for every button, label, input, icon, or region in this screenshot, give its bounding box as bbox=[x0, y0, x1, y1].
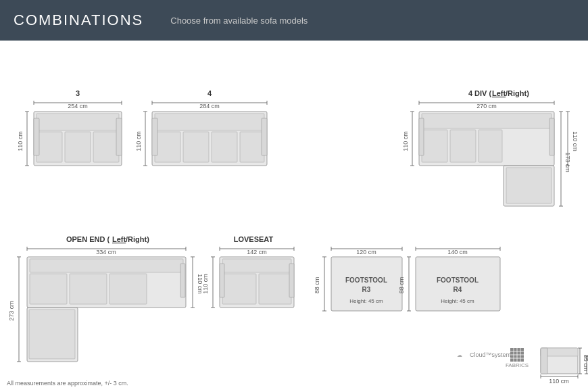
svg-text:142 cm: 142 cm bbox=[247, 249, 267, 255]
svg-rect-92 bbox=[220, 264, 224, 297]
svg-rect-6 bbox=[36, 132, 62, 162]
svg-rect-43 bbox=[450, 130, 476, 162]
svg-rect-69 bbox=[30, 259, 183, 272]
svg-text:4: 4 bbox=[207, 89, 212, 97]
svg-text:OPEN END (: OPEN END ( bbox=[66, 235, 110, 243]
svg-text:110 cm: 110 cm bbox=[549, 378, 569, 385]
svg-text:270 cm: 270 cm bbox=[476, 103, 497, 109]
svg-rect-134 bbox=[541, 348, 547, 374]
svg-text:FABRICS: FABRICS bbox=[506, 362, 529, 368]
svg-rect-91 bbox=[259, 274, 291, 304]
svg-text:273 cm: 273 cm bbox=[8, 301, 15, 321]
svg-text:FOOTSTOOL: FOOTSTOOL bbox=[437, 276, 479, 284]
svg-text:Left: Left bbox=[492, 89, 506, 97]
svg-rect-22 bbox=[155, 132, 180, 162]
svg-rect-45 bbox=[419, 118, 424, 155]
svg-text:LOVESEAT: LOVESEAT bbox=[234, 235, 274, 243]
svg-rect-7 bbox=[65, 132, 91, 162]
svg-rect-5 bbox=[36, 114, 119, 130]
svg-rect-9 bbox=[34, 118, 39, 155]
svg-rect-8 bbox=[93, 132, 119, 162]
svg-text:110 cm: 110 cm bbox=[17, 131, 24, 151]
svg-text:110 cm: 110 cm bbox=[572, 131, 579, 151]
svg-text:140 cm: 140 cm bbox=[447, 249, 468, 255]
svg-text:88 cm: 88 cm bbox=[398, 277, 405, 294]
svg-rect-25 bbox=[240, 132, 264, 162]
svg-text:/Right): /Right) bbox=[126, 235, 149, 243]
svg-rect-27 bbox=[262, 118, 267, 155]
drawings-canvas: .dim-text { font-size: 9px; fill: #555; … bbox=[0, 41, 588, 392]
page-title: COMBINATIONS bbox=[14, 11, 143, 29]
svg-rect-90 bbox=[222, 274, 256, 304]
svg-text:88 cm: 88 cm bbox=[314, 277, 320, 294]
svg-text:110 cm: 110 cm bbox=[202, 274, 209, 294]
svg-text:4 DIV (: 4 DIV ( bbox=[468, 89, 492, 97]
svg-rect-71 bbox=[70, 274, 107, 304]
sofa3-label: 3 bbox=[76, 89, 80, 97]
svg-rect-74 bbox=[29, 310, 75, 359]
svg-rect-26 bbox=[152, 118, 157, 155]
svg-rect-24 bbox=[212, 132, 237, 162]
svg-rect-21 bbox=[155, 114, 264, 130]
svg-text:284 cm: 284 cm bbox=[199, 103, 220, 109]
svg-text:Left: Left bbox=[112, 235, 126, 243]
svg-rect-70 bbox=[30, 274, 67, 304]
svg-text:Cloud™system: Cloud™system bbox=[470, 351, 511, 358]
svg-text:334 cm: 334 cm bbox=[96, 249, 116, 255]
svg-rect-73 bbox=[180, 264, 185, 297]
svg-rect-10 bbox=[116, 118, 122, 155]
page-subtitle: Choose from available sofa models bbox=[170, 16, 308, 26]
svg-rect-42 bbox=[422, 130, 447, 162]
svg-rect-41 bbox=[422, 114, 552, 128]
main-content: .dim-text { font-size: 9px; fill: #555; … bbox=[0, 41, 588, 392]
svg-text:110 cm: 110 cm bbox=[135, 131, 142, 151]
svg-text:Height: 45 cm: Height: 45 cm bbox=[349, 298, 383, 304]
svg-text:☁: ☁ bbox=[457, 352, 462, 358]
svg-text:110 cm: 110 cm bbox=[402, 131, 409, 151]
svg-rect-89 bbox=[222, 259, 291, 272]
svg-rect-93 bbox=[289, 264, 294, 297]
svg-text:Height: 45 cm: Height: 45 cm bbox=[441, 298, 474, 304]
svg-rect-46 bbox=[549, 118, 554, 155]
svg-text:85 cm: 85 cm bbox=[583, 355, 588, 372]
svg-text:254 cm: 254 cm bbox=[68, 103, 88, 109]
svg-rect-44 bbox=[479, 130, 502, 162]
footer-note: All measurements are approximate, +/- 3 … bbox=[7, 380, 128, 387]
svg-text:R4: R4 bbox=[454, 286, 462, 293]
svg-text:120 cm: 120 cm bbox=[356, 249, 376, 255]
svg-text:/Right): /Right) bbox=[506, 89, 529, 97]
svg-rect-72 bbox=[109, 274, 147, 304]
svg-text:FOOTSTOOL: FOOTSTOOL bbox=[345, 276, 387, 284]
svg-rect-23 bbox=[183, 132, 209, 162]
svg-text:R3: R3 bbox=[362, 286, 371, 293]
svg-rect-47 bbox=[506, 168, 552, 203]
page-header: COMBINATIONS Choose from available sofa … bbox=[0, 0, 588, 41]
